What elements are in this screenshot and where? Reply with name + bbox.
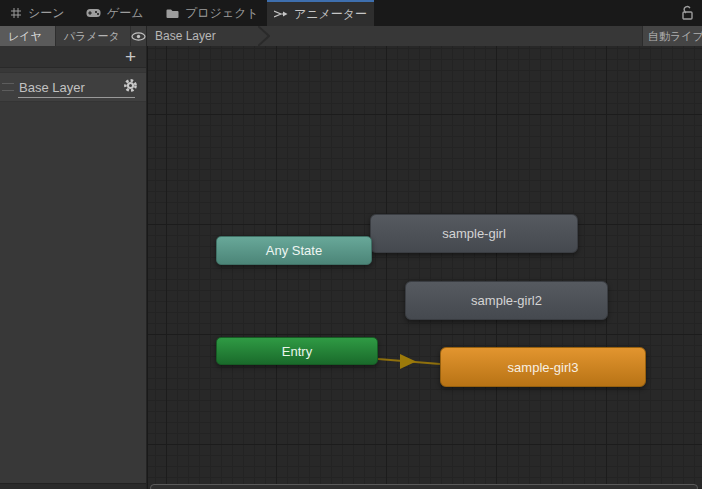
tab-game[interactable]: ゲーム [80, 0, 150, 26]
canvas-toolbar: Base Layer 自動ライブリ [147, 26, 702, 46]
layer-weight-slider[interactable] [18, 97, 135, 98]
tab-animator[interactable]: アニメーター [267, 0, 374, 26]
horizontal-scrollbar[interactable] [150, 484, 698, 489]
gamepad-icon [86, 8, 101, 18]
tab-label: シーン [28, 5, 65, 22]
auto-live-link-button[interactable]: 自動ライブリ [642, 26, 702, 46]
animator-canvas[interactable]: sample-girl Any State sample-girl2 Entry… [148, 46, 702, 489]
breadcrumb-label: Base Layer [155, 29, 216, 43]
grid-icon [10, 7, 22, 19]
gear-icon[interactable] [123, 78, 138, 97]
unity-editor-window: シーン ゲーム プロジェクト アニメーター [0, 0, 702, 489]
window-tab-bar: シーン ゲーム プロジェクト アニメーター [0, 0, 702, 26]
tab-layers[interactable]: レイヤー [0, 26, 56, 46]
entry-node[interactable]: Entry [216, 337, 378, 365]
add-layer-button[interactable]: + [125, 47, 136, 66]
animator-icon [274, 9, 288, 19]
tab-scene[interactable]: シーン [4, 0, 71, 26]
layer-item-base-layer[interactable]: Base Layer [0, 72, 146, 102]
breadcrumb-chevron-icon [258, 26, 270, 46]
state-node-sample-girl2[interactable]: sample-girl2 [405, 281, 608, 320]
layer-name: Base Layer [19, 80, 123, 95]
transition-arrow[interactable] [148, 46, 702, 489]
tab-project[interactable]: プロジェクト [160, 0, 265, 26]
state-node-sample-girl[interactable]: sample-girl [370, 214, 578, 253]
layer-add-row: + [0, 46, 146, 68]
tab-label: ゲーム [107, 5, 144, 22]
toolbar-row: レイヤー パラメーター Base Layer 自動ライブリ [0, 26, 702, 46]
layers-toolbar: レイヤー パラメーター [0, 26, 147, 46]
drag-handle-icon[interactable] [2, 83, 14, 91]
folder-icon [166, 8, 179, 19]
default-state-node-sample-girl3[interactable]: sample-girl3 [440, 347, 646, 387]
tab-label: プロジェクト [185, 5, 259, 22]
breadcrumb[interactable]: Base Layer [147, 26, 270, 46]
layers-panel: + Base Layer [0, 46, 147, 489]
any-state-node[interactable]: Any State [216, 236, 372, 265]
unlock-icon[interactable] [680, 5, 696, 21]
panel-bottom-strip [0, 483, 146, 489]
tab-label: アニメーター [294, 6, 367, 23]
tab-parameters[interactable]: パラメーター [56, 26, 131, 46]
eye-icon[interactable] [131, 26, 146, 46]
